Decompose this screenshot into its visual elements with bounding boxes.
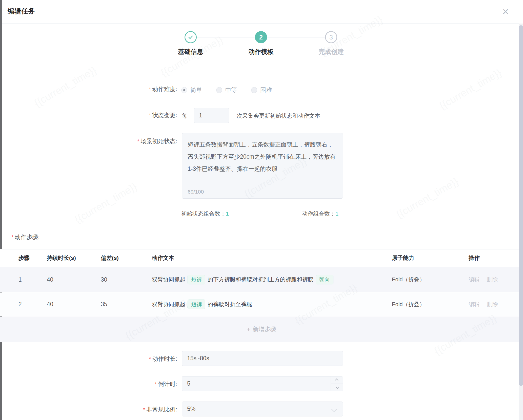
- countdown-input[interactable]: [182, 376, 343, 391]
- spinner-increase-button[interactable]: [331, 376, 343, 384]
- radio-hard-label: 困难: [260, 86, 272, 94]
- close-icon[interactable]: ✕: [500, 6, 511, 17]
- page-edge-strip: [0, 0, 2, 420]
- state-change-suffix: 次采集会更新初始状态和动作文本: [237, 112, 320, 120]
- table-row: 1 40 30 双臂协同抓起 短裤 的下方裤腿和裤腰对折到上方的裤腿和裤腰 朝向…: [0, 267, 523, 292]
- spinner-decrease-button[interactable]: [331, 384, 343, 391]
- scrollbar-track[interactable]: [519, 24, 523, 420]
- stepper-connector-1: [197, 37, 255, 37]
- col-deviation: 偏差(s): [101, 254, 152, 262]
- cell-duration: 40: [47, 276, 101, 283]
- stepper-connector-2: [267, 37, 325, 37]
- step-2-circle[interactable]: 2: [255, 31, 267, 43]
- action-text-part: 双臂协同抓起: [152, 276, 185, 283]
- state-change-prefix: 每: [182, 112, 187, 120]
- radio-medium[interactable]: 中等: [216, 86, 237, 94]
- action-steps-label: *动作步骤:: [11, 233, 40, 241]
- orientation-tag[interactable]: 朝向: [316, 275, 333, 284]
- action-text-part: 的下方裤腿和裤腰对折到上方的裤腿和裤腰: [208, 276, 313, 283]
- initial-combo-value: 1: [226, 211, 229, 217]
- table-row: 2 40 35 双臂协同抓起 短裤 的裤腰对折至裤腿 Fold（折叠） 编辑 删…: [0, 292, 523, 316]
- required-asterisk: *: [11, 234, 14, 240]
- radio-simple-label: 简单: [190, 86, 202, 94]
- number-spinner: [331, 376, 343, 391]
- action-text-part: 的裤腰对折至裤腿: [208, 301, 252, 308]
- action-combo-value: 1: [335, 211, 338, 217]
- chevron-down-icon: [335, 385, 339, 389]
- state-change-input[interactable]: [194, 108, 229, 123]
- cell-deviation: 30: [101, 276, 152, 283]
- scene-state-textarea[interactable]: 短裤五条数据背面朝上，五条数据正面朝上，裤腰朝右，离头部视野下方至少20cm之外…: [182, 133, 343, 183]
- object-tag[interactable]: 短裤: [188, 275, 205, 284]
- chevron-up-icon: [335, 379, 338, 382]
- unusual-ratio-select[interactable]: [182, 402, 343, 416]
- cell-action-text: 双臂协同抓起 短裤 的裤腰对折至裤腿: [152, 300, 392, 309]
- watermark-text: {{current_time}}: [73, 181, 139, 225]
- col-action-text: 动作文本: [152, 254, 392, 262]
- radio-dot-icon: [216, 87, 222, 93]
- watermark-text: {{current_time}}: [437, 67, 503, 112]
- required-asterisk: *: [155, 381, 157, 387]
- cell-action-text: 双臂协同抓起 短裤 的下方裤腿和裤腰对折到上方的裤腿和裤腰 朝向: [152, 275, 392, 284]
- edit-task-dialog: {{current_time}} {{current_time}} {{curr…: [0, 0, 523, 420]
- step-3-label: 完成创建: [301, 48, 361, 56]
- step-2-label: 动作模板: [231, 48, 291, 56]
- required-asterisk: *: [137, 138, 139, 144]
- scrollbar-thumb[interactable]: [519, 25, 523, 386]
- cell-operations: 编辑 删除: [469, 276, 523, 283]
- required-asterisk: *: [149, 86, 151, 92]
- cell-step: 2: [18, 301, 47, 308]
- cell-deviation: 35: [101, 301, 152, 308]
- char-counter: 69/100: [188, 189, 204, 195]
- radio-hard[interactable]: 困难: [251, 86, 272, 94]
- scene-state-label: *场景初始状态:: [86, 138, 177, 145]
- step-3-circle[interactable]: 3: [325, 31, 337, 43]
- delete-link[interactable]: 删除: [487, 276, 498, 283]
- add-step-band: + 新增步骤: [0, 317, 523, 342]
- cell-duration: 40: [47, 301, 101, 308]
- unusual-ratio-label: *非常规比例:: [86, 406, 177, 413]
- steps-table-header: 步骤 持续时长(s) 偏差(s) 动作文本 原子能力 操作: [0, 249, 523, 267]
- scene-state-textarea-box: 短裤五条数据背面朝上，五条数据正面朝上，裤腰朝右，离头部视野下方至少20cm之外…: [182, 133, 343, 199]
- delete-link[interactable]: 删除: [487, 301, 498, 308]
- cell-step: 1: [18, 276, 47, 283]
- initial-combo-count: 初始状态组合数：1: [181, 210, 229, 218]
- radio-medium-label: 中等: [225, 86, 237, 94]
- watermark-text: {{current_time}}: [394, 176, 460, 220]
- col-step: 步骤: [18, 254, 47, 262]
- cell-ability: Fold（折叠）: [392, 276, 469, 283]
- step-1-circle[interactable]: [185, 31, 197, 43]
- required-asterisk: *: [149, 356, 151, 362]
- radio-dot-icon: [251, 87, 257, 93]
- cell-ability: Fold（折叠）: [392, 301, 469, 308]
- countdown-label: *倒计时:: [86, 381, 177, 388]
- required-asterisk: *: [143, 406, 145, 413]
- action-text-part: 双臂协同抓起: [152, 301, 185, 308]
- difficulty-radio-group: 简单 中等 困难: [181, 86, 286, 94]
- add-step-button[interactable]: + 新增步骤: [247, 325, 276, 333]
- radio-dot-icon: [181, 87, 187, 93]
- action-combo-count: 动作组合数：1: [302, 210, 338, 218]
- duration-input[interactable]: [182, 351, 343, 366]
- edit-link[interactable]: 编辑: [469, 301, 480, 308]
- object-tag[interactable]: 短裤: [188, 300, 205, 309]
- required-asterisk: *: [149, 112, 151, 118]
- difficulty-label: *动作难度:: [86, 86, 177, 93]
- duration-label: *动作时长:: [86, 355, 177, 363]
- radio-simple[interactable]: 简单: [181, 86, 202, 94]
- dialog-title: 编辑任务: [8, 7, 35, 16]
- edit-link[interactable]: 编辑: [469, 276, 480, 283]
- add-step-label: 新增步骤: [253, 325, 276, 333]
- check-icon: [187, 34, 194, 40]
- col-duration: 持续时长(s): [47, 254, 101, 262]
- header-divider: [2, 23, 519, 24]
- step-1-label: 基础信息: [160, 48, 221, 56]
- col-ability: 原子能力: [392, 254, 469, 262]
- state-change-label: *状态变更:: [86, 112, 177, 119]
- col-operations: 操作: [469, 254, 523, 262]
- cell-operations: 编辑 删除: [469, 301, 523, 308]
- plus-icon: +: [247, 326, 250, 333]
